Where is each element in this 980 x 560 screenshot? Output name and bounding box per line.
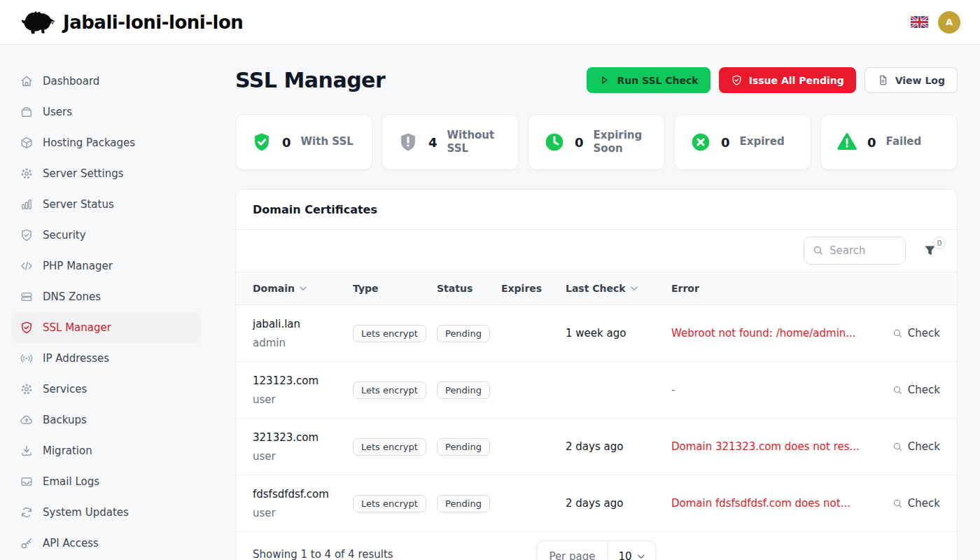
user-avatar[interactable]: A: [938, 11, 960, 34]
brand[interactable]: Jabali-loni-loni-lon: [20, 10, 243, 35]
sidebar-item-php-manager[interactable]: PHP Manager: [11, 251, 202, 281]
stat-label: Without SSL: [447, 129, 511, 156]
stat-value: 0: [575, 135, 584, 150]
sidebar-item-email-logs[interactable]: Email Logs: [11, 466, 202, 497]
search-icon: [813, 245, 824, 256]
gear-icon: [20, 167, 34, 181]
chevron-down-icon: [631, 286, 638, 291]
check-button[interactable]: Check: [892, 440, 940, 453]
shield-check-filled-icon: [251, 132, 272, 153]
issue-all-pending-button[interactable]: Issue All Pending: [719, 67, 856, 93]
domain-user: admin: [253, 337, 353, 349]
check-button[interactable]: Check: [892, 327, 940, 340]
page-title: SSL Manager: [235, 68, 385, 92]
error-cell: -: [671, 384, 873, 396]
sidebar-item-label: Users: [43, 106, 72, 118]
card-title: Domain Certificates: [253, 203, 377, 216]
search-icon: [892, 442, 903, 452]
sidebar-item-dns-zones[interactable]: DNS Zones: [11, 281, 202, 312]
status-badge: Pending: [437, 495, 490, 512]
main-content: SSL Manager Run SSL Check Issue All Pend…: [213, 45, 980, 560]
stat-label: Expiring Soon: [594, 129, 657, 156]
column-header-status: Status: [437, 283, 501, 294]
top-header: Jabali-loni-loni-lon A: [0, 0, 980, 45]
sidebar-item-label: Security: [43, 229, 86, 241]
home-icon: [20, 74, 34, 88]
domain-name: jabali.lan: [253, 318, 353, 330]
sidebar-item-api-access[interactable]: API Access: [11, 528, 202, 559]
last-check-cell: 1 week ago: [566, 327, 671, 340]
error-cell: Domain fdsfsdfdsf.com does not...: [671, 497, 873, 510]
check-button[interactable]: Check: [892, 497, 940, 510]
type-badge: Lets encrypt: [353, 495, 426, 512]
domain-certificates-card: Domain Certificates 0 Domain Type Status…: [235, 189, 958, 560]
sidebar-item-label: IP Addresses: [43, 352, 109, 365]
error-cell: Webroot not found: /home/admin...: [671, 327, 873, 340]
stat-value: 0: [867, 135, 876, 150]
type-badge: Lets encrypt: [353, 438, 426, 456]
inbox-icon: [20, 475, 34, 489]
per-page-select[interactable]: Per page 10: [536, 540, 656, 560]
stat-label: Expired: [740, 135, 785, 149]
column-header-domain[interactable]: Domain: [253, 283, 353, 294]
view-log-label: View Log: [895, 75, 945, 86]
table-footer: Showing 1 to 4 of 4 results Per page 10: [236, 532, 957, 560]
filter-button[interactable]: 0: [924, 245, 936, 256]
search-icon: [892, 328, 903, 339]
boar-logo-icon: [20, 10, 56, 35]
sidebar-item-label: Email Logs: [43, 475, 99, 488]
column-header-last-check[interactable]: Last Check: [566, 283, 671, 294]
app-title: Jabali-loni-loni-lon: [63, 12, 243, 33]
sidebar-item-backups[interactable]: Backups: [11, 405, 202, 435]
domain-name: 321323.com: [253, 431, 353, 444]
domain-user: user: [253, 450, 353, 463]
results-summary: Showing 1 to 4 of 4 results: [253, 548, 393, 560]
refresh-icon: [20, 505, 34, 519]
filter-count-badge: 0: [933, 237, 946, 249]
table-header-row: Domain Type Status Expires Last Check Er…: [236, 272, 957, 305]
sidebar-item-ssl-manager[interactable]: SSL Manager: [11, 312, 202, 343]
sidebar-item-system-updates[interactable]: System Updates: [11, 497, 202, 528]
run-ssl-check-button[interactable]: Run SSL Check: [587, 67, 710, 93]
search-icon: [892, 385, 903, 396]
sidebar-item-ip-addresses[interactable]: IP Addresses: [11, 343, 202, 374]
stat-card-failed: 0 Failed: [820, 114, 958, 170]
file-icon: [877, 74, 889, 86]
type-badge: Lets encrypt: [353, 325, 426, 342]
stat-value: 0: [282, 135, 291, 150]
domain-name: 123123.com: [253, 374, 353, 387]
sidebar: Dashboard Users Hosting Packages Server …: [0, 45, 213, 560]
last-check-cell: 2 days ago: [566, 440, 671, 453]
stat-card-without-ssl: 4 Without SSL: [382, 114, 519, 170]
stat-card-expiring-soon: 0 Expiring Soon: [528, 114, 665, 170]
domain-user: user: [253, 393, 353, 406]
check-button[interactable]: Check: [892, 384, 940, 396]
sidebar-item-label: Server Settings: [43, 167, 123, 180]
search-input[interactable]: [830, 244, 897, 257]
sidebar-item-services[interactable]: Services: [11, 374, 202, 405]
sidebar-item-users[interactable]: Users: [11, 97, 202, 127]
code-icon: [20, 259, 34, 273]
table-row: 123123.comuser Lets encrypt Pending - Ch…: [236, 362, 957, 419]
stats-row: 0 With SSL 4 Without SSL 0 Expiring Soon…: [235, 114, 958, 170]
per-page-value: 10: [619, 550, 632, 560]
sidebar-item-migration[interactable]: Migration: [11, 435, 202, 466]
type-badge: Lets encrypt: [353, 382, 426, 399]
table-row: jabali.lanadmin Lets encrypt Pending 1 w…: [236, 305, 957, 362]
sidebar-item-dashboard[interactable]: Dashboard: [11, 66, 202, 97]
warning-triangle-filled-icon: [836, 132, 858, 153]
sidebar-item-label: Hosting Packages: [43, 136, 135, 149]
sidebar-item-label: Backups: [43, 414, 87, 426]
sidebar-item-security[interactable]: Security: [11, 220, 202, 251]
sidebar-item-server-settings[interactable]: Server Settings: [11, 158, 202, 189]
sidebar-item-label: SSL Manager: [43, 321, 111, 334]
issue-all-pending-label: Issue All Pending: [749, 75, 844, 86]
sidebar-item-server-status[interactable]: Server Status: [11, 189, 202, 220]
stat-card-expired: 0 Expired: [674, 114, 811, 170]
sidebar-item-hosting-packages[interactable]: Hosting Packages: [11, 127, 202, 158]
sidebar-item-label: Server Status: [43, 198, 114, 211]
view-log-button[interactable]: View Log: [864, 67, 958, 93]
uk-flag-icon[interactable]: [911, 16, 928, 28]
sidebar-item-label: Services: [43, 383, 87, 396]
domain-user: user: [253, 507, 353, 519]
